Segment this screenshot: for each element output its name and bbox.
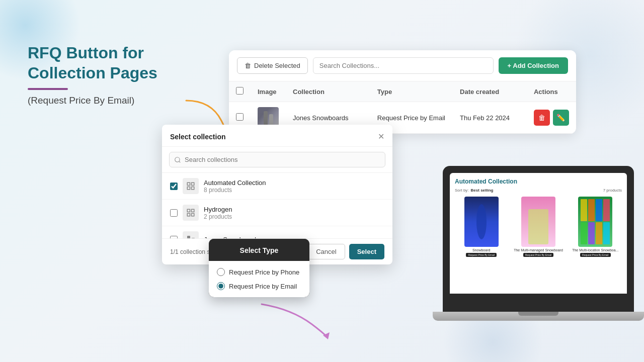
screen-products: Snowboard Request Price By Email The Mul…	[455, 197, 622, 257]
type-header: Type	[370, 81, 453, 102]
select-type-dialog: Select Type Request Price by Phone Reque…	[209, 239, 309, 297]
laptop-outer: Automated Collection Sort by: Best selli…	[443, 166, 634, 312]
actions-header: Actions	[527, 81, 576, 102]
arrow-to-laptop	[252, 299, 332, 344]
svg-point-11	[476, 204, 487, 239]
date-created: Thu Feb 22 2024	[453, 102, 527, 134]
list-item: Hydrogen 2 products	[162, 200, 392, 226]
item-icon-3	[183, 231, 199, 238]
svg-rect-5	[187, 209, 190, 212]
row-checkbox[interactable]	[236, 113, 244, 121]
svg-rect-7	[192, 214, 194, 216]
main-title: RFQ Button for Collection Pages	[28, 43, 189, 83]
cancel-button[interactable]: Cancel	[307, 244, 345, 259]
trash-icon: 🗑	[245, 62, 251, 69]
type-dialog-header: Select Type	[209, 239, 309, 261]
svg-rect-2	[192, 183, 194, 185]
laptop-section: Automated Collection Sort by: Best selli…	[443, 166, 634, 327]
subtitle: (Request Price By Email)	[28, 95, 189, 106]
item-checkbox-3[interactable]	[170, 236, 178, 239]
delete-selected-button[interactable]: 🗑 Delete Selected	[237, 57, 308, 74]
type-option-email[interactable]: Request Price by Email	[217, 282, 301, 290]
screen-content: Automated Collection Sort by: Best selli…	[450, 173, 627, 257]
dialog-action-buttons: Cancel Select	[307, 244, 384, 259]
laptop-notch	[518, 312, 558, 316]
type-dialog-title: Select Type	[240, 246, 279, 254]
item-checkbox-2[interactable]	[170, 209, 178, 217]
image-header: Image	[251, 81, 286, 102]
type-option-phone[interactable]: Request Price by Phone	[217, 268, 301, 276]
svg-rect-6	[192, 209, 194, 212]
type-dialog-body: Request Price by Phone Request Price by …	[209, 261, 309, 297]
collection-panel: 🗑 Delete Selected + Add Collection Image…	[229, 50, 576, 134]
laptop-screen: Automated Collection Sort by: Best selli…	[450, 173, 627, 294]
collection-list: Automated Collection 8 products Hydrogen…	[162, 173, 392, 238]
row-delete-button[interactable]: 🗑	[534, 110, 550, 126]
svg-rect-4	[187, 187, 190, 190]
type-radio-email[interactable]	[217, 282, 225, 290]
screen-sort-row: Sort by: Best selling 7 products	[455, 188, 622, 193]
item-icon-2	[183, 205, 199, 221]
item-icon-1	[183, 178, 199, 194]
list-item: Automated Collection 8 products	[162, 173, 392, 200]
underline-decoration	[28, 88, 68, 90]
dialog-header: Select collection ✕	[162, 125, 392, 147]
screen-product-1: Snowboard Request Price By Email	[455, 197, 508, 257]
list-item: Jones Snowboards	[162, 226, 392, 238]
type-radio-phone[interactable]	[217, 268, 225, 276]
action-buttons: 🗑 ✏️	[534, 110, 569, 126]
select-all-checkbox[interactable]	[236, 87, 244, 95]
item-info-1: Automated Collection 8 products	[204, 179, 384, 194]
collection-search-input[interactable]	[169, 152, 385, 167]
select-button[interactable]: Select	[349, 244, 384, 259]
add-collection-button[interactable]: + Add Collection	[499, 57, 568, 74]
row-edit-button[interactable]: ✏️	[553, 110, 569, 126]
item-info-2: Hydrogen 2 products	[204, 206, 384, 220]
left-section: RFQ Button for Collection Pages (Request…	[28, 43, 189, 106]
screen-product-3: The Multi-location Snowboa... Request Pr…	[569, 197, 622, 257]
item-info-3: Jones Snowboards	[204, 236, 384, 239]
collection-header: Collection	[286, 81, 370, 102]
svg-rect-8	[187, 214, 190, 216]
search-collections-input[interactable]	[313, 57, 494, 74]
svg-rect-3	[192, 187, 194, 190]
screen-collection-title: Automated Collection	[455, 178, 622, 185]
svg-rect-1	[187, 183, 190, 185]
dialog-title: Select collection	[170, 133, 225, 141]
laptop-base	[433, 312, 644, 321]
dialog-search-area	[162, 147, 392, 173]
screen-product-2: The Multi-managed Snowboard Request Pric…	[512, 197, 565, 257]
panel-toolbar: 🗑 Delete Selected + Add Collection	[229, 50, 576, 81]
dialog-close-button[interactable]: ✕	[378, 132, 384, 141]
item-checkbox-1[interactable]	[170, 183, 178, 190]
date-header: Date created	[453, 81, 527, 102]
